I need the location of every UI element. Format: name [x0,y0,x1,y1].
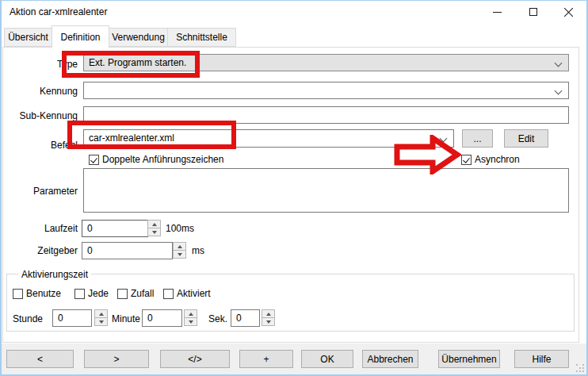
stunde-spinner [94,309,108,327]
tab-label: Definition [60,32,100,43]
browse-button-label: ... [473,133,481,144]
laufzeit-input[interactable]: 0 [82,220,148,237]
jede-checkbox-label: Jede [88,288,109,299]
check-icon [463,155,470,163]
aktivierungszeit-title: Aktivierungszeit [18,269,91,280]
zeitgeber-unit: ms [192,245,204,256]
sub-kennung-input[interactable] [83,106,569,124]
minimize-icon [493,12,502,13]
apply-button[interactable]: Übernehmen [438,350,500,368]
tab-schnittstelle[interactable]: Schnittstelle [167,28,236,47]
aktivierungszeit-group: Aktivierungszeit Benutze Jede Zufall Akt… [6,274,575,332]
befehl-combobox[interactable]: car-xmlrealenter.xml [83,129,454,148]
apply-button-label: Übernehmen [441,354,496,365]
stunde-input[interactable]: 0 [52,309,92,327]
tab-verwendung[interactable]: Verwendung [109,28,168,47]
kennung-combobox[interactable] [83,82,569,99]
spin-down-button[interactable] [262,317,275,326]
benutze-checkbox-row: Benutze [13,288,61,299]
doppelte-checkbox[interactable] [89,155,99,165]
tab-definition[interactable]: Definition [52,25,109,48]
arrow-up-icon [178,245,182,248]
prev-button[interactable]: < [6,350,74,368]
sek-value: 0 [236,313,242,324]
arrow-down-icon [178,253,182,256]
spin-down-button[interactable] [94,317,108,326]
type-value: Ext. Programm starten. [89,57,186,68]
benutze-checkbox-label: Benutze [26,288,61,299]
chevron-down-icon [555,87,563,95]
maximize-icon [529,8,537,16]
chevron-down-icon [555,59,563,67]
stunde-value: 0 [58,313,63,324]
maximize-button[interactable] [515,1,551,23]
aktiviert-checkbox[interactable] [163,289,174,299]
sub-kennung-label: Sub-Kennung [8,110,78,121]
help-button[interactable]: Hilfe [514,350,569,368]
add-button[interactable]: + [239,350,293,368]
sek-label: Sek. [208,313,227,324]
jede-checkbox[interactable] [74,289,85,299]
minute-input[interactable]: 0 [142,309,182,327]
add-button-label: + [263,354,269,365]
tab-label: Übersicht [8,32,48,43]
arrow-down-icon [266,320,271,324]
benutze-checkbox[interactable] [13,289,23,299]
code-button-label: </> [188,354,201,365]
doppelte-checkbox-row: Doppelte Anführungszeichen [89,154,223,165]
arrow-up-icon [189,313,193,316]
tab-label: Verwendung [112,32,165,43]
arrow-up-icon [152,223,157,226]
laufzeit-spinner [147,220,161,237]
parameter-label: Parameter [8,186,78,197]
zeitgeber-input[interactable]: 0 [82,242,173,259]
tab-uebersicht[interactable]: Übersicht [4,28,52,47]
spin-down-button[interactable] [184,317,197,326]
cancel-button[interactable]: Abbrechen [362,350,418,368]
close-button[interactable] [551,1,586,23]
asynchron-checkbox-row: Asynchron [461,154,520,165]
arrow-up-icon [266,313,271,316]
arrow-up-icon [99,313,104,316]
code-button[interactable]: </> [160,350,230,368]
next-button-label: > [113,354,119,365]
zufall-checkbox[interactable] [117,289,128,299]
sek-input[interactable]: 0 [231,309,260,327]
minute-label: Minute [112,313,140,324]
zufall-checkbox-label: Zufall [131,288,154,299]
browse-button[interactable]: ... [462,129,493,148]
type-combobox[interactable]: Ext. Programm starten. [83,54,569,71]
zeitgeber-value: 0 [87,245,93,256]
chevron-down-icon [440,135,448,143]
aktiviert-checkbox-row: Aktiviert [163,288,211,299]
spin-down-button[interactable] [147,228,161,236]
befehl-label: Befehl [8,140,78,151]
zufall-checkbox-row: Zufall [117,288,154,299]
type-label: Type [8,59,78,70]
edit-button[interactable]: Edit [504,129,548,148]
minute-spinner [184,309,197,327]
stunde-label: Stunde [13,313,43,324]
resize-grip[interactable] [576,364,584,372]
help-button-label: Hilfe [532,354,551,365]
ok-button-label: OK [320,354,334,365]
asynchron-checkbox-label: Asynchron [475,154,520,165]
kennung-label: Kennung [8,86,78,97]
asynchron-checkbox[interactable] [461,155,472,165]
prev-button-label: < [37,354,43,365]
arrow-down-icon [152,231,157,234]
check-icon [90,155,97,163]
window-title: Aktion car-xmlrealenter [10,6,107,17]
close-icon [563,7,574,17]
ok-button[interactable]: OK [301,350,353,368]
minimize-button[interactable] [479,1,515,23]
aktiviert-checkbox-label: Aktiviert [177,288,211,299]
laufzeit-value: 0 [87,223,93,234]
zeitgeber-spinner [173,242,186,259]
title-bar[interactable]: Aktion car-xmlrealenter [0,0,588,24]
parameter-textarea[interactable] [83,168,569,213]
spin-down-button[interactable] [173,250,186,259]
next-button[interactable]: > [84,350,149,368]
laufzeit-label: Laufzeit [8,223,78,234]
zeitgeber-label: Zeitgeber [8,245,78,256]
